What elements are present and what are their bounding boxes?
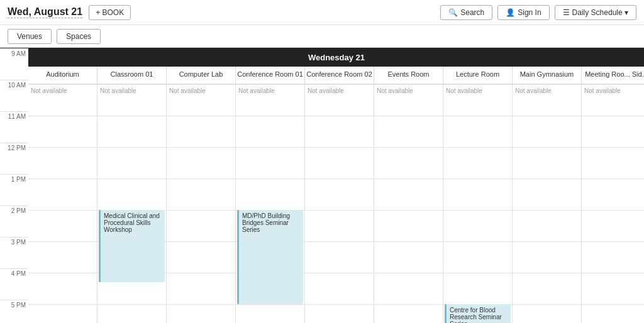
signin-label: Sign In <box>518 8 541 17</box>
time-slot-12pm: 12 PM <box>0 143 28 174</box>
slot-7-6 <box>513 273 581 304</box>
slot-1-2 <box>97 147 166 178</box>
room-col-1: Not availableMedical Clinical and Proced… <box>97 84 167 323</box>
grid-body: Not availableNot availableMedical Clinic… <box>28 84 644 323</box>
slot-5-3 <box>374 178 443 210</box>
room-header-eventsroom: Events Room <box>374 67 443 84</box>
not-available-6: Not available <box>443 85 512 97</box>
day-header-row: Wednesday 21 <box>28 48 644 67</box>
slot-8-5 <box>582 241 644 273</box>
room-header-computerlab: Computer Lab <box>167 67 236 84</box>
slot-1-3 <box>97 178 166 210</box>
slot-6-6 <box>443 273 512 304</box>
schedule-label: Daily Schedule ▾ <box>572 8 628 17</box>
list-icon: ☰ <box>563 8 570 17</box>
room-header-classroom01: Classroom 01 <box>97 67 167 84</box>
slot-5-6 <box>374 273 443 304</box>
header-right: 🔍 Search 👤 Sign In ☰ Daily Schedule ▾ <box>440 5 636 20</box>
time-column: 9 AM 10 AM 11 AM 12 PM 1 PM 2 PM 3 PM 4 … <box>0 48 28 323</box>
slot-4-0: Not available <box>305 84 374 116</box>
search-icon: 🔍 <box>448 8 458 17</box>
slot-3-3 <box>236 178 304 210</box>
slot-2-7 <box>167 304 235 323</box>
grid-container[interactable]: Wednesday 21 Auditorium Classroom 01 Com… <box>28 48 644 323</box>
slot-3-7 <box>236 304 304 323</box>
slot-7-5 <box>513 241 581 273</box>
person-icon: 👤 <box>506 8 515 17</box>
schedule-button[interactable]: ☰ Daily Schedule ▾ <box>555 5 636 20</box>
slot-7-3 <box>513 178 581 210</box>
slot-8-4 <box>582 210 644 241</box>
slot-6-2 <box>443 147 512 178</box>
slot-8-7 <box>582 304 644 323</box>
slot-6-3 <box>443 178 512 210</box>
slot-8-2 <box>582 147 644 178</box>
room-header-auditorium: Auditorium <box>28 67 97 84</box>
search-button[interactable]: 🔍 Search <box>440 5 492 20</box>
time-slot-9am: 9 AM <box>0 48 28 80</box>
room-col-6: Not availableCentre for Blood Research S… <box>443 84 513 323</box>
room-col-4: Not available <box>305 84 374 323</box>
calendar-wrapper: 9 AM 10 AM 11 AM 12 PM 1 PM 2 PM 3 PM 4 … <box>0 48 644 323</box>
slot-6-0: Not available <box>443 84 512 116</box>
slot-2-3 <box>167 178 235 210</box>
day-header-text: Wednesday 21 <box>308 53 365 62</box>
venues-button[interactable]: Venues <box>8 29 52 44</box>
slot-2-4 <box>167 210 235 241</box>
room-header-meetingroom: Meeting Roo... Sid... <box>582 67 644 84</box>
not-available-0: Not available <box>28 85 97 97</box>
room-col-3: Not availableMD/PhD Building Bridges Sem… <box>236 84 305 323</box>
room-header-confroom01: Conference Room 01 <box>236 67 305 84</box>
header-left: Wed, August 21 + BOOK <box>8 5 131 20</box>
slot-0-5 <box>28 241 97 273</box>
slot-2-2 <box>167 147 235 178</box>
room-col-2: Not available <box>167 84 236 323</box>
slot-4-7 <box>305 304 374 323</box>
room-header-maingym: Main Gymnasium <box>513 67 582 84</box>
room-col-0: Not available <box>28 84 97 323</box>
slot-2-5 <box>167 241 235 273</box>
slot-0-3 <box>28 178 97 210</box>
slot-2-6 <box>167 273 235 304</box>
slot-5-0: Not available <box>374 84 443 116</box>
slot-6-4 <box>443 210 512 241</box>
not-available-3: Not available <box>236 85 304 97</box>
signin-button[interactable]: 👤 Sign In <box>497 5 549 20</box>
room-col-5: Not available <box>374 84 443 323</box>
app-container: Wed, August 21 + BOOK 🔍 Search 👤 Sign In… <box>0 0 644 323</box>
book-button[interactable]: + BOOK <box>89 5 131 20</box>
slot-3-0: Not available <box>236 84 304 116</box>
slot-0-4 <box>28 210 97 241</box>
time-slot-11am: 11 AM <box>0 111 28 143</box>
time-slot-4pm: 4 PM <box>0 268 28 300</box>
slot-2-1 <box>167 116 235 147</box>
slot-4-6 <box>305 273 374 304</box>
slot-8-0: Not available <box>582 84 644 116</box>
slot-0-0: Not available <box>28 84 97 116</box>
slot-4-3 <box>305 178 374 210</box>
slot-8-6 <box>582 273 644 304</box>
spaces-button[interactable]: Spaces <box>57 29 101 44</box>
not-available-4: Not available <box>305 85 374 97</box>
event-block-6[interactable]: Centre for Blood Research Seminar Series <box>445 304 511 323</box>
room-header-lectureroom: Lecture Room <box>443 67 513 84</box>
header: Wed, August 21 + BOOK 🔍 Search 👤 Sign In… <box>0 0 644 25</box>
slot-3-1 <box>236 116 304 147</box>
slot-4-4 <box>305 210 374 241</box>
slot-4-5 <box>305 241 374 273</box>
slot-7-2 <box>513 147 581 178</box>
time-slot-5pm: 5 PM <box>0 300 28 323</box>
slot-4-1 <box>305 116 374 147</box>
event-block-1[interactable]: Medical Clinical and Procedural Skills W… <box>99 210 165 282</box>
slot-8-1 <box>582 116 644 147</box>
not-available-7: Not available <box>513 85 581 97</box>
date-title: Wed, August 21 <box>8 6 82 18</box>
slot-1-0: Not available <box>97 84 166 116</box>
slot-0-6 <box>28 273 97 304</box>
slot-1-7 <box>97 304 166 323</box>
slot-6-5 <box>443 241 512 273</box>
slot-7-4 <box>513 210 581 241</box>
slot-2-0: Not available <box>167 84 235 116</box>
event-block-3[interactable]: MD/PhD Building Bridges Seminar Series <box>237 210 303 304</box>
slot-3-2 <box>236 147 304 178</box>
